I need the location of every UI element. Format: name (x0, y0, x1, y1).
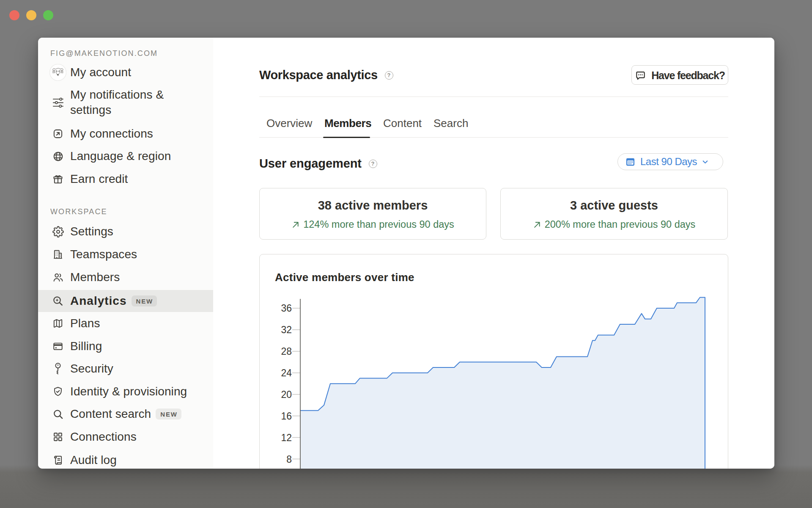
svg-text:20: 20 (281, 389, 292, 400)
svg-text:32: 32 (281, 324, 292, 335)
svg-text:36: 36 (281, 303, 292, 314)
svg-text:28: 28 (281, 346, 292, 357)
svg-text:24: 24 (281, 367, 292, 378)
svg-text:16: 16 (281, 411, 292, 422)
svg-text:12: 12 (281, 432, 292, 443)
svg-text:8: 8 (286, 454, 292, 465)
